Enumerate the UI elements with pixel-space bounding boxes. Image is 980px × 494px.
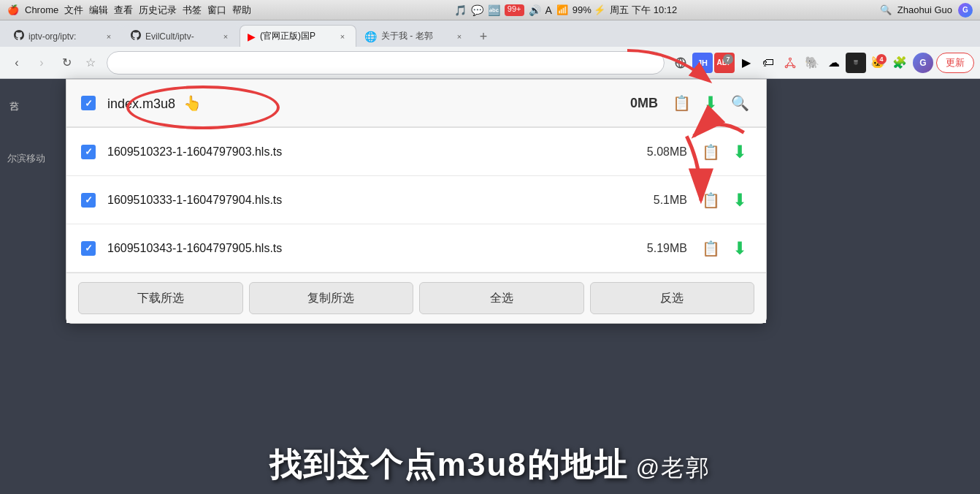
github-icon-2: [131, 30, 141, 42]
copy-icon-3[interactable]: 📋: [699, 237, 722, 260]
back-button[interactable]: ‹: [6, 52, 28, 74]
filename-1: 1609510323-1-1604797903.hls.ts: [107, 145, 617, 159]
download-icon-3[interactable]: ⬇: [728, 237, 751, 260]
cat-ext-icon[interactable]: 🐱 4: [868, 53, 888, 73]
menu-view[interactable]: 查看: [114, 4, 133, 17]
hls-ext-icon[interactable]: [846, 53, 866, 73]
web-icon: 🌐: [364, 31, 377, 42]
filename-index: index.m3u8 👆: [107, 94, 588, 112]
ext4-icon[interactable]: ▶: [736, 53, 757, 73]
download-row-3: 1609510343-1-1604797905.hls.ts 5.19MB 📋 …: [66, 224, 766, 273]
filesize-index: 0MB: [600, 96, 658, 111]
forward-button[interactable]: ›: [31, 52, 53, 74]
menu-help[interactable]: 帮助: [232, 4, 251, 17]
puzzle-ext-icon[interactable]: 🧩: [889, 53, 910, 73]
cloud-ext-icon[interactable]: ☁: [824, 53, 844, 73]
copy-selected-button[interactable]: 复制所选: [249, 282, 414, 314]
search-icon-index[interactable]: 🔍: [728, 91, 751, 115]
action-icons-1: 📋 ⬇: [699, 140, 751, 164]
extension-icons: JH ABP 7 ▶ 🏷 🐘 ☁ 🐱 4 🧩: [670, 53, 910, 73]
menu-window[interactable]: 窗口: [207, 4, 226, 17]
copy-icon-2[interactable]: 📋: [699, 189, 722, 212]
abp-badge: 7: [723, 54, 733, 64]
button-row: 下载所选 复制所选 全选 反选: [66, 273, 766, 323]
download-icon-index[interactable]: ⬇: [699, 91, 722, 115]
checkbox-index[interactable]: [81, 96, 96, 110]
tab-title-4: 关于我 - 老郭: [381, 30, 433, 42]
tab-iptv-org[interactable]: iptv-org/iptv: ×: [6, 25, 123, 47]
filename-3: 1609510343-1-1604797905.hls.ts: [107, 242, 617, 255]
download-selected-button[interactable]: 下载所选: [78, 282, 243, 314]
menu-bookmark[interactable]: 书签: [183, 4, 202, 17]
menubar: 🍎 Chrome 文件 编辑 查看 历史记录 书签 窗口 帮助 🎵💬🔤99+🔊A…: [0, 0, 980, 20]
action-icons-3: 📋 ⬇: [699, 237, 751, 260]
tab-close-1[interactable]: ×: [103, 31, 115, 42]
elephant-ext-icon[interactable]: 🐘: [802, 53, 822, 73]
action-icons-index: 📋 ⬇ 🔍: [670, 91, 751, 115]
bookmark-button[interactable]: ☆: [80, 53, 101, 73]
tab-evilcult[interactable]: EvilCult/iptv- ×: [123, 25, 240, 47]
ext5-icon[interactable]: 🏷: [758, 53, 778, 73]
app-name: Chrome: [25, 4, 58, 15]
download-icon-2[interactable]: ⬇: [728, 189, 751, 212]
tab-title-1: iptv-org/iptv:: [28, 31, 76, 42]
new-tab-button[interactable]: +: [473, 26, 494, 47]
abp-ext-icon[interactable]: ABP 7: [714, 53, 735, 73]
checkbox-1[interactable]: [81, 145, 96, 159]
menu-file[interactable]: 文件: [64, 4, 83, 17]
subtitle-author: @老郭: [628, 455, 711, 481]
wifi-icon: 📶: [556, 4, 568, 15]
filesize-2: 5.1MB: [629, 194, 687, 207]
datetime: 周五 下午 10:12: [610, 4, 677, 17]
page-area: 艺台 尔滨移动 index.m3u8 👆: [0, 79, 980, 494]
youtube-icon: ▶: [248, 31, 256, 42]
filesize-3: 5.19MB: [629, 242, 687, 255]
tab-close-4[interactable]: ×: [453, 31, 465, 42]
address-bar[interactable]: [107, 51, 665, 75]
page-left-text: 尔滨移动: [7, 152, 45, 165]
tab-youtube[interactable]: ▶ (官网正版)国P ×: [240, 25, 356, 47]
invert-selection-button[interactable]: 反选: [590, 282, 755, 314]
subtitle-text: 找到这个点m3u8的地址 @老郭: [269, 444, 711, 487]
github-icon-1: [14, 30, 24, 42]
checkbox-3[interactable]: [81, 241, 96, 256]
filename-2: 1609510333-1-1604797904.hls.ts: [107, 194, 617, 207]
download-icon-1[interactable]: ⬇: [728, 140, 751, 164]
cat-badge: 4: [876, 54, 887, 64]
action-icons-2: 📋 ⬇: [699, 189, 751, 212]
menu-history[interactable]: 历史记录: [139, 4, 177, 17]
filesize-1: 5.08MB: [629, 145, 687, 159]
copy-icon-1[interactable]: 📋: [699, 140, 722, 164]
network-ext-icon[interactable]: [780, 53, 800, 73]
download-row-1: 1609510323-1-1604797903.hls.ts 5.08MB 📋 …: [66, 128, 766, 176]
menu-edit[interactable]: 编辑: [89, 4, 108, 17]
apple-icon: 🍎: [7, 4, 19, 15]
copy-icon-index[interactable]: 📋: [670, 91, 693, 115]
menubar-left: 🍎 Chrome 文件 编辑 查看 历史记录 书签 窗口 帮助: [7, 4, 251, 17]
svg-rect-6: [854, 60, 857, 61]
download-panel: index.m3u8 👆 0MB 📋 ⬇ 🔍 1609510323-1-1604…: [66, 79, 767, 324]
svg-point-1: [789, 58, 792, 60]
download-row-2: 1609510333-1-1604797904.hls.ts 5.1MB 📋 ⬇: [66, 176, 766, 224]
reload-button[interactable]: ↻: [55, 52, 77, 74]
menubar-right: 🔍 Zhaohui Guo G: [880, 3, 973, 18]
checkbox-2[interactable]: [81, 193, 96, 208]
user-avatar: G: [958, 3, 973, 18]
sphere-ext-icon[interactable]: [670, 53, 691, 73]
tab-close-2[interactable]: ×: [220, 31, 231, 42]
battery-status: 99% ⚡: [573, 4, 606, 15]
profile-avatar[interactable]: G: [913, 53, 933, 73]
tab-title-3: (官网正版)国P: [260, 30, 315, 42]
browser-chrome: iptv-org/iptv: × EvilCult/iptv- × ▶ (官网正…: [0, 20, 980, 79]
app-icons: 🎵💬🔤99+🔊A: [454, 4, 552, 16]
tab-title-2: EvilCult/iptv-: [145, 31, 194, 42]
select-all-button[interactable]: 全选: [419, 282, 584, 314]
tab-bar: iptv-org/iptv: × EvilCult/iptv- × ▶ (官网正…: [0, 20, 980, 47]
tab-about[interactable]: 🌐 关于我 - 老郭 ×: [356, 25, 473, 47]
username: Zhaohui Guo: [897, 4, 952, 15]
tab-close-3[interactable]: ×: [337, 31, 348, 42]
download-row-header: index.m3u8 👆 0MB 📋 ⬇ 🔍: [66, 80, 766, 128]
update-button[interactable]: 更新: [936, 53, 974, 73]
search-menubar-icon: 🔍: [880, 4, 892, 15]
jh-ext-icon[interactable]: JH: [692, 53, 713, 73]
